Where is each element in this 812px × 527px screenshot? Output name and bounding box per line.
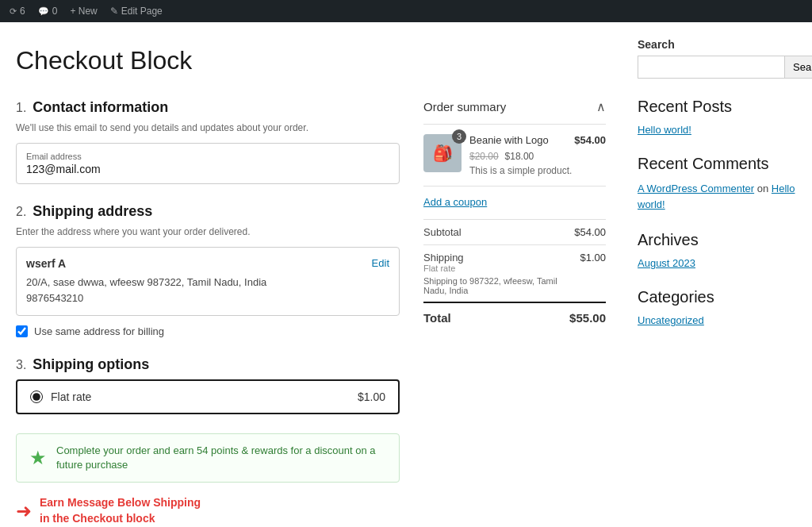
address-header-row: wserf A Edit: [26, 257, 389, 270]
email-label: Email address: [26, 152, 389, 161]
grand-total-row: Total $55.00: [423, 302, 606, 333]
commenter-link[interactable]: A WordPress Commenter: [638, 183, 754, 194]
address-phone: 9876543210: [26, 290, 389, 306]
category-item-0[interactable]: Uncategorized: [638, 314, 796, 326]
sidebar: Search Search Recent Posts Hello world! …: [638, 38, 796, 527]
shipping-sublabel: Flat rate: [423, 264, 580, 273]
archives-title: Archives: [638, 231, 796, 249]
categories-title: Categories: [638, 288, 796, 306]
admin-bar-comments[interactable]: 💬 0: [38, 6, 58, 17]
shipping-options-section: 3. Shipping options Flat rate $1.00: [16, 356, 400, 414]
order-item-image: 3 🎒: [423, 134, 462, 172]
admin-bar-edit-page[interactable]: ✎ Edit Page: [110, 6, 163, 17]
shipping-note: Shipping to 987322, wfeesw, Tamil Nadu, …: [423, 276, 580, 295]
admin-bar: ⟳ 6 💬 0 + New ✎ Edit Page: [0, 0, 812, 22]
search-button[interactable]: Search: [784, 56, 812, 79]
contact-section: 1. Contact information We'll use this em…: [16, 99, 400, 184]
admin-bar-refresh[interactable]: ⟳ 6: [10, 6, 25, 17]
archive-item-0[interactable]: August 2023: [638, 257, 796, 269]
refresh-icon: ⟳: [10, 6, 17, 17]
contact-title: Contact information: [33, 99, 168, 116]
shipping-address-subtitle: Enter the address where you want your or…: [16, 226, 400, 237]
annotation-area: ➜ Earn Message Below Shippingin the Chec…: [16, 495, 400, 526]
contact-header: 1. Contact information: [16, 99, 400, 116]
page-wrapper: Checkout Block 1. Contact information We…: [0, 22, 812, 527]
address-edit-link[interactable]: Edit: [372, 257, 389, 269]
main-content: Checkout Block 1. Contact information We…: [16, 38, 606, 527]
shipping-row: Shipping Flat rate Shipping to 987322, w…: [423, 244, 606, 302]
order-totals: Subtotal $54.00 Shipping Flat rate Shipp…: [423, 219, 606, 333]
recent-comments-title: Recent Comments: [638, 155, 796, 173]
shipping-address-header: 2. Shipping address: [16, 203, 400, 220]
admin-bar-count: 6: [20, 6, 25, 17]
flat-rate-label: Flat rate: [51, 390, 350, 403]
shipping-options-header: 3. Shipping options: [16, 356, 400, 373]
email-field-box[interactable]: Email address 123@mail.com: [16, 143, 400, 184]
email-value: 123@mail.com: [26, 163, 389, 175]
same-billing-label: Use same address for billing: [34, 325, 164, 337]
arrow-icon: ➜: [16, 500, 32, 522]
shipping-options-number: 3.: [16, 358, 26, 372]
address-line1: 20/A, sase dwwa, wfeesw 987322, Tamil Na…: [26, 275, 389, 290]
earn-banner: ★ Complete your order and earn 54 points…: [16, 433, 400, 483]
subtotal-row: Subtotal $54.00: [423, 219, 606, 244]
shipping-value: $1.00: [580, 252, 606, 264]
annotation-text: Earn Message Below Shippingin the Checko…: [40, 495, 201, 526]
order-item: 3 🎒 Beanie with Logo $54.00 $20.00 $18.0…: [423, 134, 606, 187]
star-icon: ★: [29, 447, 47, 469]
shipping-address-number: 2.: [16, 205, 26, 219]
address-box: wserf A Edit 20/A, sase dwwa, wfeesw 987…: [16, 247, 400, 316]
coupon-link[interactable]: Add a coupon: [423, 196, 606, 208]
product-icon: 🎒: [433, 144, 453, 163]
shipping-address-title: Shipping address: [33, 203, 152, 220]
comment-icon: 💬: [38, 6, 49, 17]
admin-bar-edit-label: Edit Page: [121, 6, 163, 17]
earn-text: Complete your order and earn 54 points &…: [56, 444, 386, 472]
comment-on-text: on: [757, 183, 772, 194]
pencil-icon: ✎: [110, 6, 118, 17]
contact-number: 1.: [16, 101, 26, 115]
page-title: Checkout Block: [16, 46, 606, 75]
admin-bar-new[interactable]: + New: [70, 6, 97, 17]
shipping-options-title: Shipping options: [33, 356, 149, 373]
admin-bar-new-label: + New: [70, 6, 97, 17]
flat-rate-price: $1.00: [358, 390, 385, 403]
recent-post-item-0[interactable]: Hello world!: [638, 124, 796, 136]
same-billing-row: Use same address for billing: [16, 325, 400, 337]
checkout-right: Order summary ∧ 3 🎒 Beanie with Logo $54…: [423, 99, 606, 527]
sidebar-search-section: Search Search: [638, 38, 796, 79]
order-summary-title: Order summary: [423, 100, 506, 113]
shipping-address-section: 2. Shipping address Enter the address wh…: [16, 203, 400, 337]
order-item-price-main: $54.00: [574, 134, 606, 146]
checkout-layout: 1. Contact information We'll use this em…: [16, 99, 606, 527]
shipping-option-row[interactable]: Flat rate $1.00: [16, 379, 400, 414]
order-item-badge: 3: [452, 129, 466, 144]
grand-total-label: Total: [423, 311, 451, 325]
contact-subtitle: We'll use this email to send you details…: [16, 122, 400, 133]
flat-rate-radio[interactable]: [30, 390, 43, 403]
search-input[interactable]: [638, 56, 784, 79]
order-summary-toggle[interactable]: ∧: [596, 99, 606, 114]
recent-comment-text: A WordPress Commenter on Hello world!: [638, 181, 796, 212]
admin-bar-comment-count: 0: [52, 6, 58, 17]
order-item-details: Beanie with Logo $54.00 $20.00 $18.00 Th…: [469, 134, 606, 176]
search-row: Search: [638, 56, 796, 79]
archives-section: Archives August 2023: [638, 231, 796, 269]
recent-posts-section: Recent Posts Hello world!: [638, 98, 796, 136]
subtotal-label: Subtotal: [423, 226, 462, 238]
shipping-label: Shipping: [423, 252, 580, 264]
grand-total-value: $55.00: [569, 311, 606, 325]
search-label: Search: [638, 38, 796, 51]
order-item-price-old: $20.00: [469, 151, 499, 162]
same-billing-checkbox[interactable]: [16, 325, 28, 337]
recent-comments-section: Recent Comments A WordPress Commenter on…: [638, 155, 796, 212]
order-item-desc: This is a simple product.: [469, 165, 606, 176]
address-name: wserf A: [26, 257, 66, 270]
recent-posts-title: Recent Posts: [638, 98, 796, 116]
order-summary-header: Order summary ∧: [423, 99, 606, 125]
categories-section: Categories Uncategorized: [638, 288, 796, 326]
order-item-price-sale: $18.00: [505, 151, 534, 162]
checkout-left: 1. Contact information We'll use this em…: [16, 99, 400, 527]
subtotal-value: $54.00: [574, 226, 606, 238]
order-item-name: Beanie with Logo: [469, 134, 549, 146]
